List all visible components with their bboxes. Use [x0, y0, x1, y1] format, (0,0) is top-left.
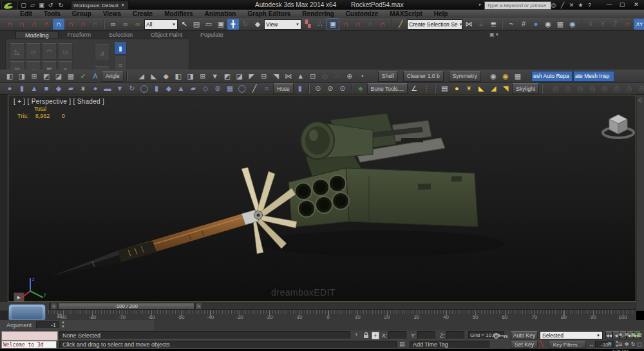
circle-icon[interactable]: ◯ [236, 83, 248, 94]
argument-field[interactable]: -1 [36, 321, 59, 329]
snap-2d-icon[interactable]: ∩ [4, 19, 15, 30]
sim-icon-7[interactable]: ◎ [623, 83, 635, 94]
gengon-icon[interactable]: ◆ [163, 83, 175, 94]
x-coord-field[interactable] [388, 331, 406, 339]
bone-chain-icon[interactable]: ⋮ [421, 83, 432, 94]
geosphere-icon[interactable]: ● [90, 83, 101, 94]
plane-icon[interactable]: ▰ [65, 83, 77, 94]
menu-help[interactable]: Help [428, 10, 454, 18]
toolbar1-icon-5[interactable]: ◪ [53, 71, 64, 82]
select-and-scale-icon[interactable]: ◆ [252, 19, 263, 30]
grid-helper-icon[interactable]: ▦ [224, 83, 236, 94]
viewport-label[interactable]: [ + ] [ Perspective ] [ Shaded ] [14, 98, 104, 105]
named-sets-combo[interactable]: Create Selection Se▼ [407, 19, 462, 30]
select-and-link-icon[interactable]: ∞ [108, 19, 119, 30]
omni-light-icon[interactable]: ● [451, 83, 462, 94]
polygon-modeling-button[interactable]: ⊿ [95, 44, 109, 61]
sphere-icon[interactable]: ● [4, 83, 15, 94]
tab-populate[interactable]: Populate [191, 31, 232, 38]
symmetry-button[interactable]: Symmetry [449, 71, 481, 82]
menu-views[interactable]: Views [97, 10, 127, 18]
percent-snap-toggle-icon[interactable]: ∩ [365, 19, 376, 30]
angle-snap-toggle-icon[interactable]: ∩ [352, 19, 364, 30]
pyramid-icon[interactable]: ◆ [53, 83, 64, 94]
menu-maxscript[interactable]: MAXScript [384, 10, 428, 18]
key-filters-button[interactable]: Key Filters... [549, 341, 586, 348]
add-time-tag-field[interactable]: Add Time Tag [410, 341, 489, 348]
align-icon[interactable]: ≡ [475, 19, 487, 30]
exchange-icon[interactable]: ✕ [567, 1, 576, 9]
smooth-icon[interactable]: ▲ [295, 71, 307, 82]
communication-icon[interactable]: ╱ [558, 1, 567, 9]
hose-button[interactable]: Hose [273, 83, 294, 94]
undo-icon[interactable]: ↺ [46, 1, 55, 9]
select-mode-3-icon[interactable]: ⊙ [337, 83, 348, 94]
detach-icon[interactable]: ◇ [319, 71, 331, 82]
edit-named-sets-icon[interactable]: ╱ [395, 19, 406, 30]
snap-axis-icon[interactable]: ∩ [621, 19, 633, 30]
bevel-icon[interactable]: ◆ [160, 71, 172, 82]
mesh-inspection-button[interactable]: ate Mesh Insp [573, 71, 614, 82]
turbosmooth-icon[interactable]: ◔ [356, 71, 368, 82]
spot-light-1-icon[interactable]: ◣ [475, 83, 487, 94]
skylight-button[interactable]: Skylight [512, 83, 539, 94]
sim-icon-3[interactable]: ◎ [574, 83, 586, 94]
tab-selection[interactable]: Selection [100, 31, 142, 38]
timeline-corner-button[interactable] [8, 304, 46, 321]
spot-light-3-icon[interactable]: ◥ [500, 83, 511, 94]
mesh-auto-repair-button[interactable]: esh Auto Repa [531, 71, 573, 82]
c-ext-icon[interactable]: ↻ [126, 83, 138, 94]
polygon-modeling-button[interactable]: ▱ [26, 43, 41, 60]
toolbar1-icon-2[interactable]: ◨ [16, 71, 28, 82]
tab-freeform[interactable]: Freeform [59, 31, 100, 38]
material-editor-icon[interactable]: ● [530, 19, 542, 30]
angle-button[interactable]: Angle [102, 71, 124, 82]
bridge-icon[interactable]: ◨ [185, 71, 196, 82]
quickslice-icon[interactable]: ⊟ [258, 71, 270, 82]
cone-icon[interactable]: ▲ [28, 83, 40, 94]
select-and-move-icon[interactable]: ╋ [227, 19, 239, 30]
snap-active-icon[interactable]: ∩ [53, 19, 64, 30]
sim-icon-8[interactable]: ◎ [636, 83, 644, 94]
box-icon[interactable]: ■ [41, 83, 52, 94]
polygon-modeling-button[interactable]: ▮ [114, 42, 127, 55]
zoom-icon[interactable]: ⊕ [617, 330, 623, 338]
expand-panel-icon[interactable]: ◁ [638, 97, 641, 103]
selection-lock-icon[interactable] [363, 332, 370, 339]
help-icon[interactable]: ? [585, 1, 594, 9]
reference-coordinate-combo[interactable]: View▼ [264, 19, 301, 30]
minimize-button[interactable]: — [604, 1, 614, 8]
point-helper-icon[interactable]: ∗ [77, 83, 89, 94]
go-to-start-button[interactable]: ◀◀ [605, 331, 612, 339]
target-weld-icon[interactable]: ◩ [222, 71, 233, 82]
curve-editor-icon[interactable]: ~ [506, 19, 517, 30]
search-input[interactable]: Type a keyword or phrase [484, 1, 551, 10]
polygon-modeling-button[interactable]: ◺ [10, 43, 24, 60]
select-and-rotate-icon[interactable]: ↻ [240, 19, 251, 30]
ribbon-config-icon[interactable]: ▣ ▾ [489, 32, 498, 37]
maxscript-listener-input[interactable]: Welcome to 3d [1, 341, 57, 348]
tab-object-paint[interactable]: Object Paint [142, 31, 191, 38]
pan-icon[interactable]: ✥ [623, 340, 630, 348]
weld-icon[interactable]: ▼ [209, 71, 221, 82]
spring-icon[interactable]: ≈ [261, 83, 272, 94]
menu-animation[interactable]: Animation [199, 10, 242, 18]
symmetry-mod-icon[interactable]: ⋈ [283, 71, 294, 82]
torus-icon[interactable]: ◯ [138, 83, 150, 94]
favorites-star-icon[interactable]: ★ [576, 1, 585, 9]
search-binoculars-icon[interactable]: ◎ [549, 1, 558, 9]
menu-graph-editors[interactable]: Graph Editors [242, 10, 296, 18]
orbit-icon[interactable]: ↻ [630, 340, 636, 348]
snap-toggle-icon[interactable]: ∩ [41, 19, 52, 30]
restrict-xy-plane-icon[interactable]: XY [634, 19, 644, 30]
zoom-all-icon[interactable]: ⊞ [623, 330, 630, 338]
new-file-icon[interactable]: ▢ [19, 1, 28, 9]
bone-tools-button[interactable]: Bone Tools.... [367, 83, 408, 94]
menu-edit[interactable]: Edit [14, 10, 38, 18]
collapse-icon[interactable]: ⊕ [344, 71, 355, 82]
perspective-viewport[interactable]: [ + ] [ Perspective ] [ Shaded ] Total T… [8, 95, 636, 302]
select-and-manipulate-icon[interactable]: ∴ [314, 19, 326, 30]
collapsed-command-panel[interactable]: ◁ [636, 95, 644, 302]
flask-icon[interactable]: ◉ [488, 71, 499, 82]
spot-light-2-icon[interactable]: ◢ [488, 83, 499, 94]
